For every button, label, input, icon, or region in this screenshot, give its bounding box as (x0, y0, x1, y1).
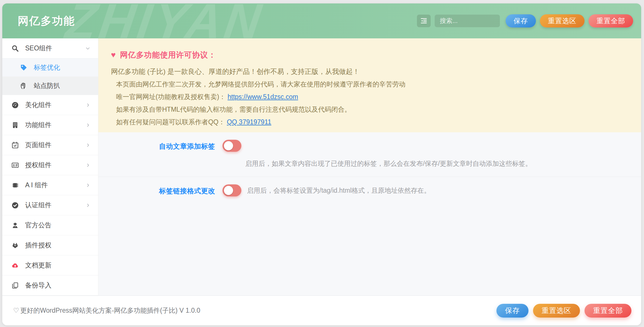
setting-row-auto-tag: 自动文章添加标签 启用后，如果文章内容出现了已使用过的标签，那么会在发布/保存/… (98, 132, 641, 177)
version-label: 更好的WordPress网站美化方案-网亿多功能插件(子比) V 1.0.0 (20, 306, 200, 315)
check-circle-icon (11, 202, 19, 209)
heart-icon: ♥ (111, 50, 116, 60)
cloud-upload-icon (11, 262, 19, 269)
app-header: ZHIYAN 网亿多功能 保存 重置选区 重置全部 (2, 3, 641, 38)
official-site-link[interactable]: https://www.51dzsc.com (228, 93, 298, 101)
notice-html-note: 如果有涉及自带HTML代码的输入框功能，需要自行注意代码规范以及代码闭合。 (116, 105, 628, 114)
sidebar-item-label: 官方公告 (25, 221, 51, 230)
footer: ♡ 更好的WordPress网站美化方案-网亿多功能插件(子比) V 1.0.0… (2, 296, 641, 325)
search-icon (11, 45, 19, 52)
gauge-icon (11, 101, 19, 109)
search-input[interactable] (435, 15, 500, 27)
notice-heading-text: 网亿多功能使用许可协议： (120, 50, 216, 60)
auto-tag-toggle[interactable] (222, 140, 241, 152)
notice-intro: 网亿多功能 (子比) 是一款良心、厚道的好产品！创作不易，支持正版，从我做起！ (111, 67, 628, 76)
reset-selection-button[interactable]: 重置选区 (533, 304, 580, 318)
sidebar-item-label: 功能组件 (25, 121, 51, 129)
heart-outline-icon: ♡ (13, 307, 19, 314)
sidebar-item-label: 标签优化 (34, 63, 60, 72)
sidebar: SEO组件 标签优化 站点防扒 (2, 38, 98, 296)
chevron-right-icon (86, 163, 91, 168)
main-content: ♥ 网亿多功能使用许可协议： 网亿多功能 (子比) 是一款良心、厚道的好产品！创… (98, 38, 641, 296)
qq-contact-link[interactable]: QQ 379197911 (227, 118, 271, 126)
plugin-settings-window: ZHIYAN 网亿多功能 保存 重置选区 重置全部 (2, 3, 641, 325)
copy-icon (11, 282, 19, 289)
tag-link-format-toggle[interactable] (222, 184, 241, 196)
notice-qq-line: 如有任何疑问问题可以联系作者QQ： QQ 379197911 (116, 118, 628, 127)
fox-icon (11, 242, 19, 249)
toggle-knob (224, 141, 233, 150)
sidebar-item-label: 文档更新 (25, 261, 51, 270)
sidebar-item-announcement[interactable]: 官方公告 (2, 215, 98, 235)
id-card-icon (11, 161, 19, 169)
outdent-icon (420, 17, 428, 25)
sidebar-item-doc-update[interactable]: 文档更新 (2, 255, 98, 275)
setting-row-tag-link-format: 标签链接格式更改 启用后，会将标签设置为/tag/id.html格式，且原地址依… (98, 177, 641, 205)
header-controls: 保存 重置选区 重置全部 (417, 14, 633, 27)
setting-label: 自动文章添加标签 (98, 140, 215, 168)
sidebar-item-beautify[interactable]: 美化组件 (2, 95, 98, 115)
chevron-right-icon (86, 123, 91, 128)
notice-heading: ♥ 网亿多功能使用许可协议： (111, 50, 628, 60)
sidebar-item-label: 站点防扒 (34, 81, 60, 90)
setting-label: 标签链接格式更改 (98, 184, 215, 196)
sidebar-item-label: 美化组件 (25, 101, 51, 109)
notice-dev-line: 本页面由网亿工作室二次开发，允梦网络提供部分代码，请大家在使用的时候遵守原作者的… (116, 80, 628, 89)
sidebar-item-label: A I 组件 (25, 181, 48, 190)
sidebar-item-label: 页面组件 (25, 141, 51, 149)
chevron-right-icon (86, 143, 91, 148)
chevron-right-icon (86, 183, 91, 188)
chevron-right-icon (86, 203, 91, 208)
sidebar-item-function[interactable]: 功能组件 (2, 115, 98, 135)
sidebar-item-backup-import[interactable]: 备份导入 (2, 275, 98, 296)
reset-all-button[interactable]: 重置全部 (589, 14, 633, 27)
sidebar-item-authorize[interactable]: 授权组件 (2, 155, 98, 175)
app-title: 网亿多功能 (18, 14, 75, 28)
sidebar-item-tag-optimize[interactable]: 标签优化 (2, 58, 98, 77)
notice-details: 本页面由网亿工作室二次开发，允梦网络提供部分代码，请大家在使用的时候遵守原作者的… (116, 80, 628, 127)
site-label: 唯一官网网址(功能教程及授权售卖)： (116, 93, 226, 101)
calendar-check-icon (11, 141, 19, 149)
footer-buttons: 保存 重置选区 重置全部 (495, 304, 631, 318)
sidebar-item-certify[interactable]: 认证组件 (2, 195, 98, 215)
hand-icon (19, 82, 28, 90)
collapse-menu-button[interactable] (417, 15, 431, 27)
reset-all-button[interactable]: 重置全部 (585, 304, 631, 318)
sidebar-item-label: 插件授权 (25, 241, 51, 250)
version-text: ♡ 更好的WordPress网站美化方案-网亿多功能插件(子比) V 1.0.0 (13, 306, 200, 315)
setting-control: 启用后，会将标签设置为/tag/id.html格式，且原地址依然存在。 (222, 184, 641, 196)
sidebar-item-label: 认证组件 (25, 201, 51, 210)
sidebar-item-label: 授权组件 (25, 161, 51, 170)
qq-label: 如有任何疑问问题可以联系作者QQ： (116, 118, 225, 126)
sidebar-item-ai[interactable]: A I 组件 (2, 175, 98, 195)
sidebar-item-seo[interactable]: SEO组件 (2, 38, 98, 58)
sidebar-item-plugin-license[interactable]: 插件授权 (2, 235, 98, 255)
notice-site-line: 唯一官网网址(功能教程及授权售卖)： https://www.51dzsc.co… (116, 92, 628, 101)
setting-control: 启用后，如果文章内容出现了已使用过的标签，那么会在发布/保存/更新文章时自动添加… (222, 140, 641, 168)
chevron-down-icon (85, 46, 91, 51)
chevron-right-icon (86, 103, 91, 108)
sidebar-item-page[interactable]: 页面组件 (2, 135, 98, 155)
brand-watermark: ZHIYAN (63, 3, 267, 38)
reset-selection-button[interactable]: 重置选区 (540, 14, 585, 27)
setting-description: 启用后，会将标签设置为/tag/id.html格式，且原地址依然存在。 (247, 186, 431, 195)
microchip-icon (11, 182, 19, 189)
setting-description: 启用后，如果文章内容出现了已使用过的标签，那么会在发布/保存/更新文章时自动添加… (245, 159, 641, 168)
license-notice: ♥ 网亿多功能使用许可协议： 网亿多功能 (子比) 是一款良心、厚道的好产品！创… (98, 38, 641, 132)
toggle-knob (224, 186, 233, 195)
person-secret-icon (11, 222, 19, 229)
sidebar-item-label: 备份导入 (25, 281, 51, 290)
building-icon (11, 121, 19, 129)
body-row: SEO组件 标签优化 站点防扒 (2, 38, 641, 296)
save-button[interactable]: 保存 (496, 304, 528, 318)
tag-icon (19, 64, 28, 71)
sidebar-item-label: SEO组件 (25, 44, 52, 53)
save-button[interactable]: 保存 (506, 14, 536, 27)
sidebar-item-site-protect[interactable]: 站点防扒 (2, 77, 98, 95)
